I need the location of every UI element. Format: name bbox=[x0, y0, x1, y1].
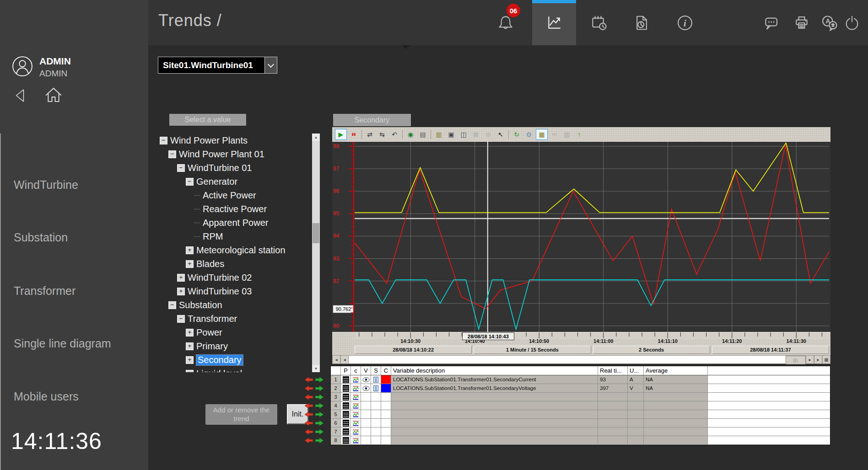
sidebar-item-substation[interactable]: Substation bbox=[14, 231, 68, 244]
info-button[interactable]: i bbox=[669, 0, 701, 45]
realtime-clock-button[interactable]: ◉ bbox=[405, 129, 416, 139]
compress-time-button[interactable]: ⇄ bbox=[364, 129, 375, 139]
collapse-toggle-icon[interactable]: − bbox=[186, 178, 194, 186]
pen-properties-icon[interactable] bbox=[343, 428, 349, 435]
schedule-button[interactable] bbox=[582, 0, 615, 45]
chat-button[interactable] bbox=[755, 0, 787, 45]
print-trend-button[interactable]: ▤ bbox=[417, 129, 428, 139]
collapse-toggle-icon[interactable]: − bbox=[168, 301, 176, 309]
trend-row-6-arrows[interactable] bbox=[305, 420, 329, 426]
trend-row-8[interactable]: 8 bbox=[331, 436, 830, 445]
tree-item-power[interactable]: +Power bbox=[158, 326, 311, 339]
scrollbar-thumb[interactable]: ||| bbox=[786, 356, 806, 364]
zoom-undo-button[interactable]: ⊠ bbox=[470, 129, 481, 139]
time-panel-2[interactable]: 2 Seconds bbox=[593, 346, 710, 354]
trend-horizontal-scrollbar[interactable]: ◂ ◂ ||| ▸ ▸ ▦ bbox=[332, 355, 830, 364]
trend-row-2[interactable]: 2LOCATIONS.SubStation01.Transformer01.Se… bbox=[331, 384, 830, 393]
pen-properties-icon[interactable] bbox=[343, 385, 349, 392]
alerts-button[interactable]: 06 bbox=[489, 0, 522, 45]
restore-button[interactable]: ↶ bbox=[389, 129, 400, 139]
trend-row-6[interactable]: 6 bbox=[331, 419, 830, 427]
expand-time-button[interactable]: ⇆ bbox=[377, 129, 388, 139]
back-button[interactable] bbox=[13, 88, 27, 105]
trend-row-7-arrows[interactable] bbox=[305, 429, 329, 435]
trend-group-tab[interactable]: Secondary bbox=[333, 114, 411, 126]
tree-item-active-power[interactable]: Active Power bbox=[158, 188, 311, 202]
report-button[interactable] bbox=[624, 0, 657, 45]
export-chart-button[interactable]: ▨ bbox=[561, 129, 572, 139]
expand-toggle-icon[interactable]: + bbox=[177, 288, 185, 295]
tree-item-wind-power-plant-01[interactable]: −Wind Power Plant 01 bbox=[158, 147, 311, 161]
add-remove-trend-button[interactable]: Add or remove the trend bbox=[205, 404, 277, 425]
expand-toggle-icon[interactable]: + bbox=[186, 260, 194, 268]
tree-item-windturbine-01[interactable]: −WindTurbine 01 bbox=[158, 161, 311, 175]
trend-row-4[interactable]: 4 bbox=[331, 401, 830, 410]
trend-plot-area[interactable]: 90.762 9897969594939290 bbox=[332, 141, 830, 332]
expand-toggle-icon[interactable]: + bbox=[186, 329, 194, 336]
pen-properties-icon[interactable] bbox=[343, 420, 349, 427]
sidebar-item-transformer[interactable]: Transformer bbox=[14, 284, 75, 298]
pen-properties-icon[interactable] bbox=[343, 376, 349, 383]
tree-item-meteorological-station[interactable]: +Meteorological station bbox=[158, 243, 311, 257]
sidebar-item-mobile-users[interactable]: Mobile users bbox=[14, 390, 79, 403]
pen-properties-icon[interactable] bbox=[343, 411, 349, 418]
tree-item-substation[interactable]: −Substation bbox=[158, 298, 311, 312]
collapse-toggle-icon[interactable]: − bbox=[168, 150, 176, 158]
zoom-time-button[interactable]: ◫ bbox=[458, 129, 469, 139]
tree-item-liquid-level[interactable]: +Liquid level bbox=[158, 367, 311, 372]
refresh-button[interactable]: ↻ bbox=[511, 129, 522, 139]
tree-item-rpm[interactable]: RPM bbox=[158, 230, 311, 243]
trend-row-1[interactable]: 1LOCATIONS.SubStation01.Transformer01.Se… bbox=[331, 375, 830, 384]
time-range-button[interactable]: ⊙ bbox=[523, 129, 534, 139]
sidebar-item-windturbine[interactable]: WindTurbine bbox=[14, 178, 78, 192]
trend-row-2-arrows[interactable] bbox=[305, 385, 329, 391]
scrollbar-track[interactable]: ||| bbox=[349, 355, 806, 364]
trend-row-3-arrows[interactable] bbox=[305, 394, 329, 400]
expand-toggle-icon[interactable]: + bbox=[186, 370, 194, 373]
pointer-button[interactable]: ↖ bbox=[495, 129, 506, 139]
trend-row-4-arrows[interactable] bbox=[305, 403, 329, 409]
logout-button[interactable] bbox=[838, 0, 866, 45]
tree-item-secondary[interactable]: +Secondary bbox=[158, 353, 311, 367]
export-data-button[interactable]: ↑ bbox=[574, 129, 585, 139]
grid-view-button[interactable]: ▦ bbox=[822, 355, 830, 364]
play-button[interactable]: ▶ bbox=[335, 129, 347, 140]
expand-toggle-icon[interactable]: + bbox=[186, 342, 194, 350]
collapse-toggle-icon[interactable]: − bbox=[177, 315, 185, 323]
pen-properties-icon[interactable] bbox=[343, 402, 349, 409]
collapse-toggle-icon[interactable]: − bbox=[160, 137, 167, 144]
trend-row-5-arrows[interactable] bbox=[305, 411, 329, 417]
tree-scroll-down-icon[interactable]: ▼ bbox=[312, 365, 320, 372]
tree-item-wind-power-plants[interactable]: −Wind Power Plants bbox=[158, 134, 311, 147]
trend-plot[interactable] bbox=[355, 142, 829, 332]
tree-item-apparent-power[interactable]: Apparent Power bbox=[158, 216, 311, 230]
tree-scroll-up-icon[interactable]: ▲ bbox=[312, 134, 320, 141]
trend-row-7[interactable]: 7 bbox=[331, 427, 830, 436]
erase-button[interactable]: ✂ bbox=[549, 129, 560, 139]
time-panel-1[interactable]: 1 Minute / 15 Seconds bbox=[474, 346, 591, 354]
tree-item-windturbine-02[interactable]: +WindTurbine 02 bbox=[158, 271, 311, 284]
trend-row-1-arrows[interactable] bbox=[305, 377, 329, 383]
tree-item-reactive-power[interactable]: Reactive Power bbox=[158, 202, 311, 216]
tree-scrollbar[interactable]: ▲ ▼ bbox=[312, 134, 320, 372]
scroll-home-button[interactable]: ◂ bbox=[332, 355, 340, 364]
pause-button[interactable]: ▮▮ bbox=[348, 129, 359, 139]
pen-properties-icon[interactable] bbox=[343, 394, 349, 401]
collapse-toggle-icon[interactable]: − bbox=[177, 164, 185, 172]
scroll-right-button[interactable]: ▸ bbox=[806, 355, 814, 364]
select-a-value-button[interactable]: Select a value bbox=[169, 114, 246, 126]
trend-row-8-arrows[interactable] bbox=[305, 438, 329, 443]
trend-row-3[interactable]: 3 bbox=[331, 393, 830, 401]
scroll-left-button[interactable]: ◂ bbox=[340, 355, 349, 364]
tree-item-generator[interactable]: −Generator bbox=[158, 175, 311, 188]
scroll-end-button[interactable]: ▸ bbox=[814, 355, 822, 364]
zoom-region-button[interactable]: ▣ bbox=[446, 129, 457, 139]
tree-item-windturbine-03[interactable]: +WindTurbine 03 bbox=[158, 284, 311, 298]
grid-button[interactable]: ▦ bbox=[536, 129, 548, 140]
tree-item-blades[interactable]: +Blades bbox=[158, 257, 311, 271]
expand-toggle-icon[interactable]: + bbox=[177, 274, 185, 282]
device-selector-dropdown[interactable]: Site01.WindTurbine01 bbox=[158, 57, 277, 74]
tree-scrollbar-thumb[interactable] bbox=[313, 223, 319, 243]
tree-item-primary[interactable]: +Primary bbox=[158, 339, 311, 353]
trends-tab[interactable] bbox=[532, 0, 576, 45]
